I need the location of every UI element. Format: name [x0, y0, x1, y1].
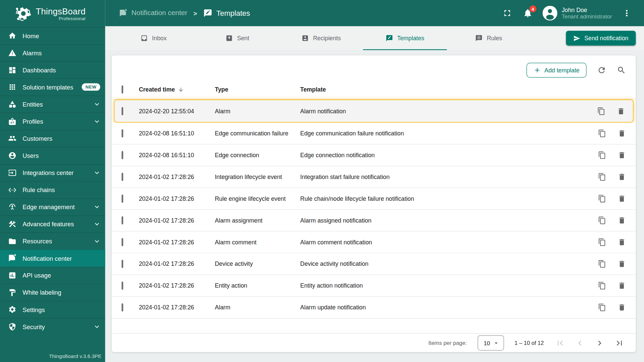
row-checkbox[interactable] [121, 173, 123, 181]
user-role: Tenant administrator [562, 13, 612, 20]
tab-templates[interactable]: Templates [363, 26, 447, 50]
column-header-created-time[interactable]: Created time [139, 86, 215, 93]
sidebar-item-settings[interactable]: Settings [0, 301, 105, 318]
table-row[interactable]: 2024-01-02 17:28:26 Integration lifecycl… [112, 166, 636, 188]
row-checkbox[interactable] [121, 107, 123, 115]
delete-template-button[interactable] [618, 129, 626, 137]
cell-template: Alarm notification [300, 108, 592, 114]
table-row[interactable]: 2024-01-02 17:28:26 Alarm comment Alarm … [112, 232, 636, 253]
chevron-down-icon [93, 169, 101, 177]
sidebar-item-users[interactable]: Users [0, 147, 105, 164]
new-badge: NEW [82, 83, 100, 91]
delete-template-button[interactable] [618, 151, 626, 159]
sidebar-item-dashboards[interactable]: Dashboards [0, 61, 105, 78]
row-checkbox[interactable] [121, 282, 123, 290]
delete-template-button[interactable] [618, 238, 626, 246]
column-header-template[interactable]: Template [300, 86, 593, 93]
previous-page-button[interactable] [570, 335, 590, 351]
copy-template-button[interactable] [598, 194, 606, 202]
delete-template-button[interactable] [618, 194, 626, 202]
table-row[interactable]: 2024-01-02 17:28:26 Alarm Alarm update n… [112, 297, 636, 318]
sidebar-item-customers[interactable]: Customers [0, 130, 105, 147]
chevron-down-icon [93, 100, 101, 108]
trash-icon [618, 282, 626, 290]
delete-template-button[interactable] [618, 260, 626, 268]
table-row[interactable]: 2024-01-02 17:28:26 Alarm assignment Ala… [112, 210, 636, 232]
sidebar-item-home[interactable]: Home [0, 27, 105, 44]
sidebar-item-profiles[interactable]: Profiles [0, 113, 105, 130]
cell-template: Alarm assigned notification [300, 217, 593, 224]
page-size-select[interactable]: 10 [478, 335, 504, 350]
sidebar-item-advanced-features[interactable]: Advanced features [0, 215, 105, 232]
sidebar-item-resources[interactable]: Resources [0, 232, 105, 249]
copy-template-button[interactable] [598, 260, 606, 268]
first-page-button[interactable] [550, 335, 570, 351]
chevron-down-icon [93, 117, 101, 125]
delete-template-button[interactable] [618, 216, 626, 224]
select-all-checkbox[interactable] [121, 85, 123, 94]
sidebar-item-edge-management[interactable]: Edge management [0, 198, 105, 215]
delete-template-button[interactable] [618, 282, 626, 290]
copy-template-button[interactable] [597, 107, 605, 115]
copy-template-button[interactable] [598, 151, 606, 159]
sidebar-item-rule-chains[interactable]: Rule chains [0, 181, 105, 198]
row-checkbox[interactable] [121, 151, 123, 159]
sidebar-nav: Home Alarms Dashboards Solution template… [0, 27, 105, 335]
copy-template-button[interactable] [598, 173, 606, 181]
column-header-type[interactable]: Type [215, 86, 300, 93]
table-row[interactable]: 2024-01-02 17:28:26 Device activity Devi… [112, 253, 636, 275]
app-logo[interactable]: ThingsBoard Professional [0, 0, 105, 27]
copy-template-button[interactable] [598, 216, 606, 224]
row-checkbox[interactable] [121, 303, 123, 311]
sidebar-item-alarms[interactable]: Alarms [0, 44, 105, 61]
user-menu[interactable]: John Doe Tenant administrator [562, 6, 612, 20]
refresh-button[interactable] [597, 66, 606, 75]
tab-recipients[interactable]: Recipients [279, 26, 363, 50]
copy-icon [598, 282, 606, 290]
sidebar-item-integrations-center[interactable]: Integrations center [0, 164, 105, 181]
row-checkbox[interactable] [121, 194, 123, 202]
cell-template: Device activity notification [300, 261, 593, 267]
sidebar-item-notification-center[interactable]: Notification center [0, 249, 105, 266]
row-checkbox[interactable] [121, 129, 123, 137]
copy-template-button[interactable] [598, 129, 606, 137]
last-page-button[interactable] [609, 335, 629, 351]
delete-template-button[interactable] [617, 107, 625, 115]
copy-template-button[interactable] [598, 282, 606, 290]
row-checkbox[interactable] [121, 238, 123, 246]
copy-template-button[interactable] [598, 238, 606, 246]
sidebar-item-security[interactable]: Security [0, 318, 105, 335]
table-row[interactable]: 2024-01-02 17:28:26 Rule engine lifecycl… [112, 188, 636, 210]
more-menu-button[interactable] [622, 8, 632, 18]
table-row[interactable]: 2024-02-20 12:55:04 Alarm Alarm notifica… [114, 99, 634, 123]
cell-template: Integration start failure notification [300, 174, 593, 180]
next-page-button[interactable] [590, 335, 609, 351]
delete-template-button[interactable] [618, 303, 626, 311]
add-template-button[interactable]: Add template [526, 63, 586, 77]
sidebar-item-white-labeling[interactable]: White labeling [0, 284, 105, 301]
table-row[interactable]: 2024-02-08 16:51:10 Edge connection Edge… [112, 144, 636, 166]
cell-template: Edge communication failure notification [300, 130, 593, 137]
avatar[interactable] [542, 6, 557, 20]
fullscreen-button[interactable] [502, 8, 512, 18]
trash-icon [618, 303, 626, 311]
row-checkbox[interactable] [121, 260, 123, 268]
table-row[interactable]: 2024-01-02 17:28:26 Entity action Entity… [112, 275, 636, 297]
tab-inbox[interactable]: Inbox [112, 26, 196, 50]
sidebar-item-api-usage[interactable]: API usage [0, 266, 105, 284]
table-row[interactable]: 2024-02-08 16:51:10 Edge communication f… [112, 123, 636, 144]
tab-rules[interactable]: Rules [447, 26, 531, 50]
rules-icon [475, 35, 483, 42]
search-button[interactable] [617, 66, 626, 75]
notifications-button[interactable]: 4 [523, 8, 532, 18]
send-notification-button[interactable]: Send notification [566, 31, 636, 46]
cell-created-time: 2024-01-02 17:28:26 [139, 304, 215, 311]
sidebar-item-entities[interactable]: Entities [0, 96, 105, 113]
tab-sent[interactable]: Sent [196, 26, 279, 50]
sidebar-item-solution-templates[interactable]: Solution templates NEW [0, 78, 105, 96]
copy-template-button[interactable] [598, 303, 606, 311]
breadcrumb-parent-label: Notification center [131, 9, 187, 17]
breadcrumb-parent[interactable]: Notification center [119, 9, 187, 17]
delete-template-button[interactable] [618, 173, 626, 181]
row-checkbox[interactable] [121, 216, 123, 224]
